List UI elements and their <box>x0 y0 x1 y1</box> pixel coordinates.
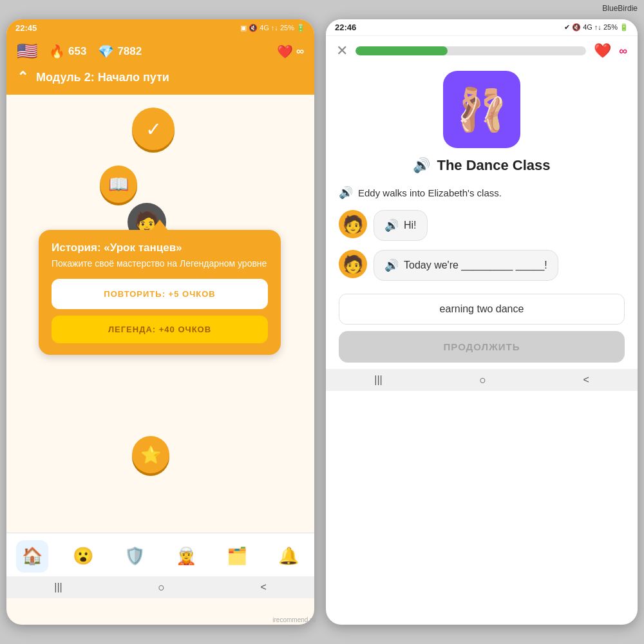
right-header: ✕ ❤️ ∞ <box>326 36 638 66</box>
dance-card: 🩰 <box>443 71 520 148</box>
chat-bubble-2: 🔊 Today we're _________ _____! <box>374 250 558 281</box>
flag-icon: 🇺🇸 <box>17 41 37 61</box>
story-text: Eddy walks into Elizabeth's class. <box>358 187 502 198</box>
right-nav-home[interactable]: ○ <box>479 374 486 387</box>
left-header: 🇺🇸 🔥 653 💎 7882 ❤️ ∞ <box>6 36 314 65</box>
right-nav-back[interactable]: < <box>583 374 589 386</box>
right-android-nav: ||| ○ < <box>326 369 638 391</box>
lesson-node-bottom[interactable]: ⭐ <box>132 436 169 473</box>
streak-stat: 🔥 653 <box>49 44 86 59</box>
word-bank[interactable]: earning two dance <box>339 294 625 325</box>
bottom-nav: 🏠 😮 🛡️ 🧝 🗂️ 🔔 <box>6 533 314 576</box>
infinity-icon: ∞ <box>619 44 627 58</box>
gems-value: 7882 <box>117 45 142 58</box>
right-time: 22:46 <box>335 23 356 32</box>
chat-bubble-1: 🔊 Hi! <box>374 210 428 241</box>
lesson-node-book[interactable]: 📖 <box>100 166 137 203</box>
popup-tail <box>151 220 169 231</box>
heart-icon-right: ❤️ <box>594 43 611 59</box>
lesson-path-area: ✓ 📖 🧑 История: «Урок танцев» Покажите св… <box>6 95 314 533</box>
lesson-title-row: 🔊 The Dance Class <box>339 157 625 174</box>
heart-icon-left: ❤️ <box>277 44 293 59</box>
nav-character[interactable]: 🧝 <box>170 540 202 573</box>
left-time: 22:45 <box>15 23 37 33</box>
story-line: 🔊 Eddy walks into Elizabeth's class. <box>339 185 625 200</box>
watermark: irecommend.ru <box>272 616 316 623</box>
speaker-icon-story[interactable]: 🔊 <box>339 185 353 200</box>
speaker-icon-bubble2[interactable]: 🔊 <box>384 258 399 272</box>
left-status-bar: 22:45 ▣ 🔇 4G ↑↓ 25% 🔋 <box>6 19 314 36</box>
repeat-button[interactable]: ПОВТОРИТЬ: +5 ОЧКОВ <box>52 279 268 309</box>
hearts-stat: ❤️ ∞ <box>277 44 304 59</box>
progress-bar-fill <box>355 46 448 55</box>
right-content: 🩰 🔊 The Dance Class 🔊 Eddy walks into El… <box>326 66 638 369</box>
popup-subtitle: Покажите своё мастерство на Легендарном … <box>52 258 268 269</box>
speaker-icon-title[interactable]: 🔊 <box>413 157 430 174</box>
right-nav-menu[interactable]: ||| <box>374 374 382 386</box>
speaker-icon-bubble1[interactable]: 🔊 <box>384 218 399 232</box>
legend-button[interactable]: ЛЕГЕНДА: +40 ОЧКОВ <box>52 316 268 343</box>
dance-illustration: 🩰 <box>339 71 625 148</box>
chat-text-2: Today we're _________ _____! <box>404 260 547 271</box>
nav-speak[interactable]: 😮 <box>67 540 99 573</box>
left-nav-menu[interactable]: ||| <box>54 582 62 593</box>
left-android-nav: ||| ○ < <box>6 576 314 598</box>
avatar-eddy-1: 🧑 <box>339 210 367 238</box>
bluebirdie-label: BlueBirdie <box>602 4 638 13</box>
left-phone: 22:45 ▣ 🔇 4G ↑↓ 25% 🔋 🇺🇸 🔥 653 💎 7882 ❤️… <box>6 19 314 625</box>
lesson-node-complete[interactable]: ✓ <box>132 108 175 150</box>
streak-value: 653 <box>68 45 86 58</box>
chevron-up-icon[interactable]: ⌃ <box>17 69 28 86</box>
progress-bar-container <box>355 46 586 55</box>
left-nav-home[interactable]: ○ <box>158 581 165 594</box>
nav-bell[interactable]: 🔔 <box>272 540 305 573</box>
continue-button[interactable]: ПРОДОЛЖИТЬ <box>339 331 625 363</box>
right-phone: 22:46 ✔ 🔇 4G ↑↓ 25% 🔋 ✕ ❤️ ∞ 🩰 🔊 The Dan <box>326 19 638 625</box>
lesson-popup: История: «Урок танцев» Покажите своё мас… <box>39 230 281 355</box>
gem-icon: 💎 <box>98 44 114 59</box>
lesson-title: The Dance Class <box>437 157 550 174</box>
module-bar: ⌃ Модуль 2: Начало пути <box>6 65 314 95</box>
left-nav-back[interactable]: < <box>260 582 266 593</box>
chat-row-2: 🧑 🔊 Today we're _________ _____! <box>339 250 625 281</box>
module-title: Модуль 2: Начало пути <box>36 71 169 84</box>
nav-home[interactable]: 🏠 <box>16 540 48 573</box>
nav-leaderboard[interactable]: 🗂️ <box>221 540 253 573</box>
close-button[interactable]: ✕ <box>336 43 348 59</box>
popup-title: История: «Урок танцев» <box>52 242 268 254</box>
chat-row-1: 🧑 🔊 Hi! <box>339 210 625 241</box>
gems-stat: 💎 7882 <box>98 44 142 59</box>
avatar-eddy-2: 🧑 <box>339 250 367 278</box>
left-status-icons: ▣ 🔇 4G ↑↓ 25% 🔋 <box>240 24 305 32</box>
right-status-icons: ✔ 🔇 4G ↑↓ 25% 🔋 <box>564 23 629 32</box>
hearts-value: ∞ <box>296 45 304 58</box>
left-status-signal: ▣ 🔇 4G ↑↓ 25% 🔋 <box>240 24 305 32</box>
fire-icon: 🔥 <box>49 44 65 59</box>
right-status-bar: 22:46 ✔ 🔇 4G ↑↓ 25% 🔋 <box>326 19 638 36</box>
right-status-signal: ✔ 🔇 4G ↑↓ 25% 🔋 <box>564 23 629 32</box>
nav-shield[interactable]: 🛡️ <box>118 540 151 573</box>
chat-text-1: Hi! <box>404 220 417 231</box>
